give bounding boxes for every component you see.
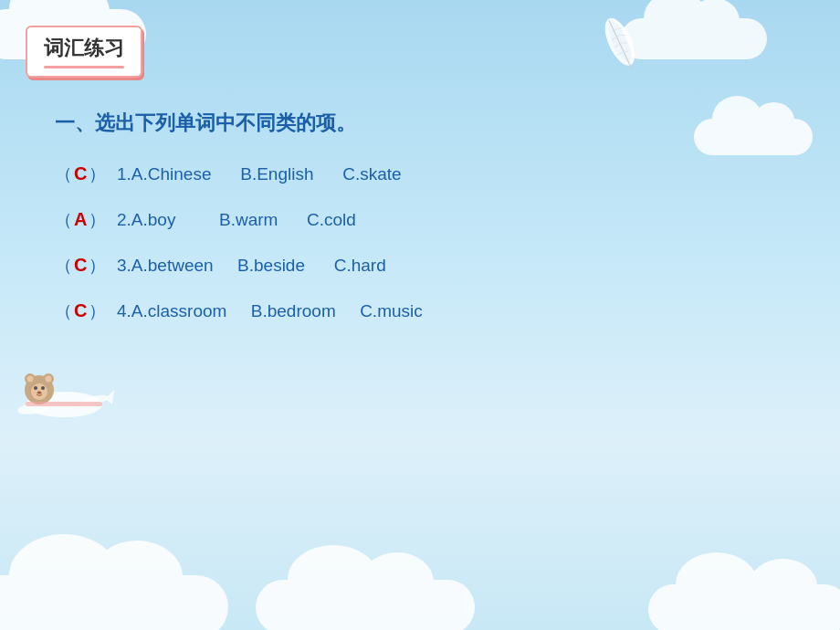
title-text: 词汇练习 (44, 35, 124, 62)
question-3: （C） 3.A.between B.beside C.hard (55, 254, 785, 278)
section-title: 一、选出下列单词中不同类的项。 (55, 110, 785, 137)
cloud-bottom-left (0, 575, 228, 630)
svg-point-22 (41, 386, 45, 390)
question-1: （C） 1.A.Chinese B.English C.skate (55, 163, 785, 186)
answer-1: C (74, 163, 87, 184)
question-4: （C） 4.A.classroom B.bedroom C.music (55, 299, 785, 323)
bear-decoration (14, 352, 114, 433)
answer-bracket-2: （A） (55, 208, 110, 232)
main-content: 一、选出下列单词中不同类的项。 （C） 1.A.Chinese B.Englis… (55, 110, 785, 345)
question-2: （A） 2.A.boy B.warm C.cold (55, 208, 785, 232)
cloud-bottom-center (256, 580, 475, 630)
cloud-bottom-right (648, 584, 840, 630)
answer-4: C (74, 300, 87, 321)
svg-point-18 (27, 376, 34, 383)
title-box: 词汇练习 (26, 26, 142, 78)
answer-3: C (74, 255, 87, 276)
answer-bracket-4: （C） (55, 299, 110, 323)
svg-point-23 (37, 392, 42, 394)
svg-point-19 (46, 376, 52, 383)
answer-2: A (74, 209, 87, 230)
answer-bracket-1: （C） (55, 163, 110, 186)
svg-point-21 (34, 386, 37, 390)
svg-rect-24 (26, 402, 102, 406)
question-text-3: 3.A.between B.beside C.hard (117, 256, 386, 276)
answer-bracket-3: （C） (55, 254, 110, 278)
cloud-top-right (621, 18, 767, 59)
title-underline (44, 66, 124, 68)
question-text-4: 4.A.classroom B.bedroom C.music (117, 301, 423, 321)
question-text-1: 1.A.Chinese B.English C.skate (117, 164, 402, 184)
question-text-2: 2.A.boy B.warm C.cold (117, 210, 356, 230)
